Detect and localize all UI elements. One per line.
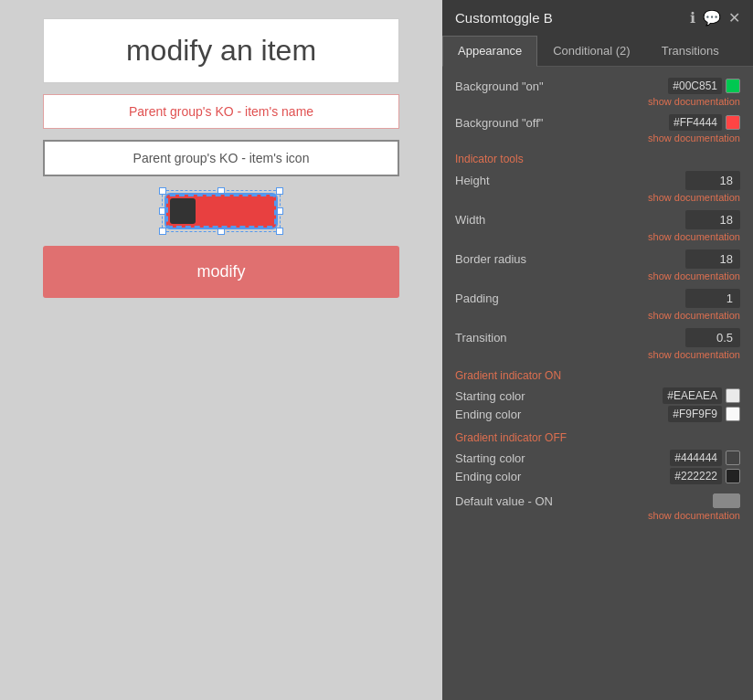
toggle-track[interactable] (166, 195, 276, 228)
gradient-off-start-hex: #444444 (670, 450, 722, 466)
gradient-off-label: Gradient indicator OFF (455, 431, 740, 444)
border-radius-label: Border radius (455, 252, 685, 266)
default-value-show-doc[interactable]: show documentation (455, 510, 740, 521)
name-field-text: Parent group's KO - item's name (129, 104, 313, 119)
transition-label: Transition (455, 331, 685, 345)
gradient-on-end-row: Ending color #F9F9F9 (455, 406, 740, 422)
bg-off-hex: #FF4444 (669, 114, 722, 131)
chat-icon[interactable]: 💬 (703, 9, 721, 27)
width-input[interactable] (685, 210, 740, 229)
gradient-off-end-value: #222222 (670, 468, 740, 484)
name-field[interactable]: Parent group's KO - item's name (43, 94, 399, 129)
height-label: Height (455, 174, 685, 187)
right-panel: Customtoggle B ℹ 💬 ✕ Appearance Conditio… (442, 0, 753, 700)
icon-field-text: Parent group's KO - item's icon (133, 151, 310, 165)
gradient-on-start-value: #EAEAEA (663, 387, 740, 404)
tab-conditional[interactable]: Conditional (2) (537, 36, 646, 66)
handle-br[interactable] (276, 228, 283, 235)
width-label: Width (455, 213, 685, 227)
tabs: Appearance Conditional (2) Transitions (442, 36, 753, 67)
gradient-off-start-row: Starting color #444444 (455, 450, 740, 466)
bg-on-row: Background "on" #00C851 (455, 78, 740, 94)
gradient-off-end-hex: #222222 (670, 468, 722, 484)
bg-on-value: #00C851 (668, 78, 740, 94)
width-row: Width (455, 210, 740, 229)
handle-bm[interactable] (217, 228, 225, 235)
width-show-doc[interactable]: show documentation (455, 231, 740, 242)
gradient-on-start-row: Starting color #EAEAEA (455, 387, 740, 404)
handle-bl[interactable] (159, 228, 166, 235)
panel-title: Customtoggle B (455, 10, 553, 26)
tab-appearance[interactable]: Appearance (442, 36, 537, 67)
bg-off-row: Background "off" #FF4444 (455, 114, 740, 131)
handle-lm[interactable] (159, 207, 166, 215)
default-value-row: Default value - ON (455, 493, 740, 508)
gradient-on-end-value: #F9F9F9 (668, 406, 740, 422)
panel-icons: ℹ 💬 ✕ (690, 9, 740, 27)
border-radius-show-doc[interactable]: show documentation (455, 270, 740, 281)
title-box: modify an item (43, 18, 399, 83)
tab-transitions[interactable]: Transitions (646, 36, 735, 66)
bg-on-label: Background "on" (455, 80, 668, 93)
bg-off-swatch[interactable] (726, 115, 740, 130)
toggle-preview (43, 187, 399, 235)
gradient-on-end-hex: #F9F9F9 (668, 406, 722, 422)
gradient-on-label: Gradient indicator ON (455, 369, 740, 382)
padding-show-doc[interactable]: show documentation (455, 310, 740, 321)
padding-label: Padding (455, 292, 685, 305)
indicator-tools-label: Indicator tools (455, 153, 740, 165)
gradient-on-start-hex: #EAEAEA (663, 387, 722, 404)
handle-tl[interactable] (159, 187, 166, 195)
handle-rm[interactable] (276, 207, 283, 215)
bg-off-value: #FF4444 (669, 114, 740, 131)
default-value-swatch[interactable] (713, 493, 740, 508)
info-icon[interactable]: ℹ (690, 9, 695, 27)
transition-show-doc[interactable]: show documentation (455, 349, 740, 360)
gradient-off-start-swatch[interactable] (726, 451, 740, 465)
toggle-handle (170, 198, 196, 224)
handle-tm[interactable] (217, 187, 225, 195)
bg-off-show-doc[interactable]: show documentation (455, 133, 740, 143)
default-value-label: Default value - ON (455, 494, 713, 508)
bg-on-swatch[interactable] (726, 79, 740, 93)
modify-button[interactable]: modify (43, 246, 399, 298)
gradient-on-start-swatch[interactable] (726, 388, 740, 403)
gradient-off-end-row: Ending color #222222 (455, 468, 740, 484)
page-title: modify an item (53, 34, 389, 68)
gradient-off-end-label: Ending color (455, 470, 670, 483)
left-panel: modify an item Parent group's KO - item'… (0, 0, 442, 700)
transition-input[interactable] (685, 328, 740, 347)
border-radius-row: Border radius (455, 249, 740, 269)
close-icon[interactable]: ✕ (728, 9, 740, 27)
gradient-off-start-value: #444444 (670, 450, 740, 466)
border-radius-input[interactable] (685, 249, 740, 269)
gradient-on-end-label: Ending color (455, 408, 668, 421)
panel-content[interactable]: Background "on" #00C851 show documentati… (442, 67, 753, 700)
bg-off-label: Background "off" (455, 116, 669, 130)
height-input[interactable] (685, 171, 740, 190)
bg-on-show-doc[interactable]: show documentation (455, 96, 740, 107)
gradient-on-end-swatch[interactable] (726, 407, 740, 421)
padding-row: Padding (455, 289, 740, 308)
gradient-off-start-label: Starting color (455, 451, 670, 465)
height-show-doc[interactable]: show documentation (455, 192, 740, 203)
height-row: Height (455, 171, 740, 190)
gradient-off-end-swatch[interactable] (726, 469, 740, 483)
icon-field[interactable]: Parent group's KO - item's icon (43, 140, 399, 176)
padding-input[interactable] (685, 289, 740, 308)
bg-on-hex: #00C851 (668, 78, 722, 94)
transition-row: Transition (455, 328, 740, 347)
handle-tr[interactable] (276, 187, 283, 195)
gradient-on-start-label: Starting color (455, 389, 663, 403)
panel-header: Customtoggle B ℹ 💬 ✕ (442, 0, 753, 36)
